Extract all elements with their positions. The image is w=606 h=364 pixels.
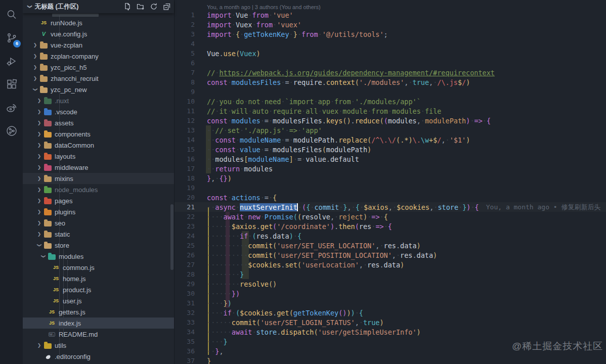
sidebar-item-common.js[interactable]: JScommon.js [23,262,174,273]
source-control-icon[interactable]: 6 [0,26,23,50]
code-line-1[interactable]: 1import·Vue·from·'vue' [175,10,606,20]
code-line-32[interactable]: 32····if·($cookies.get(getTokenKey()))·{ [175,308,606,317]
sidebar-item-runNode.js[interactable]: JSrunNode.js [23,17,174,28]
file-label: components [55,130,91,138]
sidebar-item-partial-top[interactable] [23,13,174,17]
code-line-22[interactable]: 22····await·new·Promise((resolve,·reject… [175,212,606,221]
file-label: yzc_picc_h5 [51,64,87,71]
sidebar-item-modules[interactable]: ❯modules [23,251,174,262]
file-label: plugins [55,208,75,216]
line-number: 4 [175,40,195,48]
extensions-icon[interactable] [0,73,23,96]
code-line-9[interactable]: 9 [175,87,606,97]
code-line-11[interactable]: 11//·it·will·auto·require·all·vuex·modul… [175,106,606,116]
sidebar-item-getters.js[interactable]: JSgetters.js [23,306,174,317]
code-line-37[interactable]: 37} [175,356,606,364]
code-line-15[interactable]: 15··const·value·=·modulesFiles(modulePat… [175,145,606,154]
code-line-24[interactable]: 24········if·(res.data)·{ [175,231,606,241]
line-number: 35 [175,338,195,345]
code-line-33[interactable]: 33······commit('user/SET_LOGIN_STATUS',·… [175,317,606,327]
chevron-right-icon: ❯ [35,198,44,203]
file-label: runNode.js [51,19,82,27]
sidebar-scrollbar[interactable] [170,204,174,270]
run-debug-icon[interactable] [0,50,23,73]
code-editor[interactable]: You, a month ago | 3 authors (You and ot… [175,0,606,364]
code-line-34[interactable]: 34······await·store.dispatch('user/getSi… [175,327,606,337]
code-line-21[interactable]: 21··async·nuxtServerInit·({·commit·},·{·… [175,202,606,212]
sidebar-item-vue-zcplan[interactable]: ❯vue-zcplan [23,39,174,51]
search-icon[interactable] [0,3,23,26]
code-line-3[interactable]: 3import·{·getTokenKey·}·from·'@/utils/to… [175,29,606,39]
sidebar-item-assets[interactable]: ❯assets [23,117,174,128]
chevron-right-icon: ❯ [35,98,44,103]
code-line-20[interactable]: 20const·actions·=·{ [175,193,606,202]
sidebar-item-store[interactable]: ❯store [23,240,174,251]
code-line-26[interactable]: 26··········commit('user/SET_POSITION_LO… [175,250,606,260]
sidebar-item-plugins[interactable]: ❯plugins [23,206,174,217]
weibo-icon[interactable] [0,96,23,119]
codelens-annotation[interactable]: You, a month ago | 3 authors (You and ot… [175,0,606,10]
code-line-23[interactable]: 23······$axios.get('/coordinate').then(r… [175,221,606,231]
new-folder-icon[interactable] [137,3,145,11]
code-line-17[interactable]: 17··return·modules [175,164,606,173]
sidebar-item-vue.config.js[interactable]: Vvue.config.js [23,28,174,39]
sidebar-item-mixins[interactable]: ❯mixins [23,173,174,184]
sidebar-item-user.js[interactable]: JSuser.js [23,295,174,306]
sidebar-item-zhancchi_recruit[interactable]: ❯zhancchi_recruit [23,73,174,84]
refresh-icon[interactable] [150,3,158,11]
sidebar-item-.nuxt[interactable]: ❯.nuxt [23,95,174,106]
sidebar-item-product.js[interactable]: JSproduct.js [23,284,174,295]
code-line-29[interactable]: 29········resolve() [175,279,606,289]
code-line-7[interactable]: 7//·https://webpack.js.org/guides/depend… [175,68,606,77]
sidebar-item-components[interactable]: ❯components [23,128,174,140]
collapse-all-icon[interactable] [163,3,171,11]
sidebar-item-layouts[interactable]: ❯layouts [23,151,174,162]
file-label: common.js [63,264,95,271]
sidebar-item-seo[interactable]: ❯seo [23,217,174,229]
code-line-27[interactable]: 27··········$cookies.set('userLocation',… [175,260,606,269]
sidebar-item-README.md[interactable]: M↓README.md [23,329,174,340]
sidebar-item-pages[interactable]: ❯pages [23,195,174,206]
code-line-30[interactable]: 30······}) [175,289,606,298]
sidebar-item-yzc_picc_h5[interactable]: ❯yzc_picc_h5 [23,62,174,73]
sidebar-item-.vscode[interactable]: ❯.vscode [23,106,174,117]
sidebar-item-partial-bottom[interactable] [23,362,174,364]
code-line-14[interactable]: 14··const·moduleName·=·modulePath.replac… [175,135,606,145]
code-line-19[interactable]: 19 [175,183,606,193]
code-line-28[interactable]: 28········} [175,269,606,279]
sidebar-item-.editorconfig[interactable]: .editorconfig [23,351,174,362]
code-line-2[interactable]: 2import·Vuex·from·'vuex' [175,20,606,29]
code-line-31[interactable]: 31····}) [175,298,606,308]
file-label: product.js [63,286,91,294]
code-line-6[interactable]: 6 [175,58,606,68]
sidebar-item-node_modules[interactable]: ❯node_modules [23,184,174,195]
code-content[interactable]: 1import·Vue·from·'vue'2import·Vuex·from·… [175,10,606,364]
sidebar-item-dataCommon[interactable]: ❯dataCommon [23,140,174,151]
code-line-18[interactable]: 18},·{}) [175,173,606,183]
js-file-icon: JS [52,286,60,294]
line-number: 20 [175,194,195,201]
sidebar-item-zcplan-company[interactable]: ❯zcplan-company [23,51,174,62]
sidebar-item-home.js[interactable]: JShome.js [23,273,174,284]
line-number: 24 [175,232,195,240]
code-line-4[interactable]: 4 [175,39,606,49]
sidebar-item-utils[interactable]: ❯utils [23,340,174,351]
code-line-10[interactable]: 10//·you·do·not·need·`import·app·from·'.… [175,97,606,106]
code-line-12[interactable]: 12const·modules·=·modulesFiles.keys().re… [175,116,606,125]
sidebar-item-index.js[interactable]: JSindex.js [23,317,174,329]
js-file-icon: JS [52,297,60,305]
code-line-8[interactable]: 8const·modulesFiles·=·require.context('.… [175,77,606,87]
folder-tan-icon [44,219,52,227]
code-line-5[interactable]: 5Vue.use(Vuex) [175,49,606,58]
code-line-16[interactable]: 16··modules[moduleName]·=·value.default [175,154,606,164]
feedback-share-icon[interactable] [0,119,23,143]
folder-tan-icon [44,141,52,149]
new-file-icon[interactable] [123,3,132,11]
sidebar-item-yzc_pc_new[interactable]: ❯yzc_pc_new [23,84,174,95]
code-line-25[interactable]: 25··········commit('user/SET_USER_LOCATI… [175,241,606,250]
workspace-header[interactable]: ❯ 无标题 (工作区) [23,0,174,13]
file-label: middleware [55,164,88,171]
sidebar-item-middleware[interactable]: ❯middleware [23,162,174,173]
sidebar-item-static[interactable]: ❯static [23,229,174,240]
code-line-13[interactable]: 13··//·set·'./app.js'·=>·'app' [175,125,606,135]
